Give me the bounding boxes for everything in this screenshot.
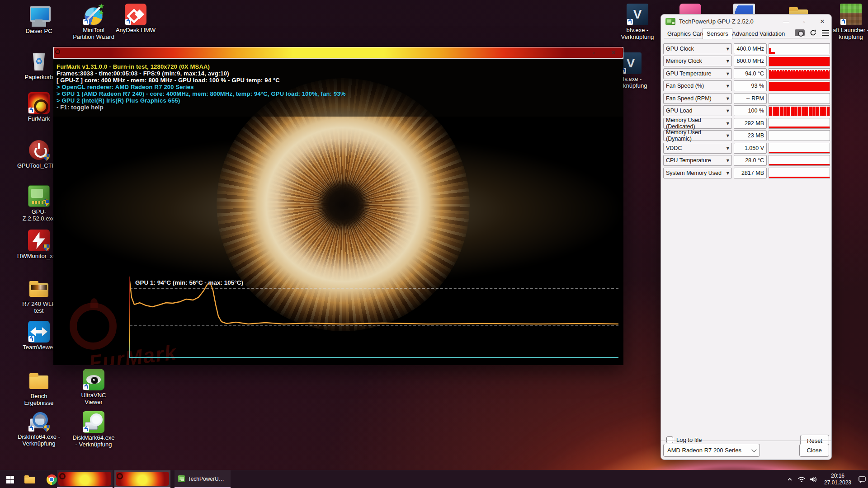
gpu-temperature-graph: GPU 1: 94°C (min: 56°C - max: 105°C) bbox=[130, 277, 618, 357]
furmark-titlebar[interactable]: Geeks3D FurMark v1.31.0.0 - 9FPS, GPU1 t… bbox=[53, 47, 623, 59]
sensor-select-memory-clock[interactable]: Memory Clock▼ bbox=[663, 56, 732, 66]
sensor-graph bbox=[769, 130, 830, 141]
tab-sensors[interactable]: Sensors bbox=[703, 28, 732, 39]
osd-line-frames: Frames:3033 - time:00:05:03 - FPS:9 (min… bbox=[57, 70, 623, 77]
sensor-select-memory-used-dynamic[interactable]: Memory Used (Dynamic)▼ bbox=[663, 130, 732, 141]
gpuz-window: TechPowerUp GPU-Z 2.52.0 — ▫ ✕ Graphics … bbox=[660, 14, 832, 460]
osd-line-renderer: > OpenGL renderer: AMD Radeon R7 200 Ser… bbox=[57, 84, 623, 90]
uac-shield-icon bbox=[43, 199, 49, 206]
desktop-icon-minitool[interactable]: ★ MiniTool Partition Wizard bbox=[72, 4, 115, 41]
furmark-flame-icon bbox=[28, 92, 50, 114]
shortcut-arrow-icon bbox=[28, 108, 34, 113]
minecraft-block-icon bbox=[840, 4, 862, 25]
sensor-graph bbox=[769, 93, 830, 104]
desktop-icon-bench-ergebnisse[interactable]: Bench Ergebnisse bbox=[17, 370, 61, 407]
eye-icon bbox=[83, 369, 104, 390]
sensor-value: 800.0 MHz bbox=[734, 56, 767, 66]
sensor-select-gpu-load[interactable]: GPU Load▼ bbox=[663, 105, 732, 116]
furmark-app-icon bbox=[56, 49, 63, 56]
close-button[interactable]: ✕ bbox=[604, 47, 623, 58]
folder-icon bbox=[28, 277, 50, 299]
sensor-graph bbox=[769, 143, 830, 154]
sensor-value: 2817 MB bbox=[734, 168, 767, 178]
taskbar-button-furmark-1[interactable]: Geeks3D FurMark 1... bbox=[57, 470, 113, 488]
gpu-card-icon bbox=[28, 185, 50, 207]
anydesk-icon bbox=[125, 4, 146, 25]
shortcut-arrow-icon bbox=[125, 19, 131, 25]
shortcut-arrow-icon bbox=[28, 336, 34, 342]
gpu-select-dropdown[interactable]: AMD Radeon R7 200 Series bbox=[663, 444, 760, 457]
taskbar-button-gpuz[interactable]: TechPowerUp GPU-... bbox=[175, 470, 231, 488]
sensor-value: 100 % bbox=[734, 105, 767, 116]
chat-icon[interactable] bbox=[856, 470, 868, 488]
maximize-button[interactable]: ▫ bbox=[584, 47, 604, 58]
desktop-icon-label: TeamViewer bbox=[23, 344, 55, 351]
taskbar: Geeks3D FurMark 1... Geeks3D FurMark v..… bbox=[0, 470, 868, 488]
power-button-icon bbox=[28, 139, 50, 161]
folder-icon bbox=[24, 475, 35, 483]
furmark-render-area: FurMark GPU 1: 94°C (min: 56°C - max: 10… bbox=[53, 59, 623, 365]
lightning-icon bbox=[28, 230, 50, 251]
desktop-icon-label: DiskMark64.exe - Verknüpfung bbox=[72, 434, 115, 448]
osd-line-help: - F1: toggle help bbox=[57, 104, 623, 111]
sensor-select-gpu-temperature[interactable]: GPU Temperature▼ bbox=[663, 68, 732, 79]
desktop-icon-label: AnyDesk HMW bbox=[116, 27, 156, 33]
dropdown-arrow-icon: ▼ bbox=[726, 109, 729, 113]
sensor-value: -- RPM bbox=[734, 93, 767, 104]
sensor-value: 292 MB bbox=[734, 118, 767, 129]
sensor-select-fan-speed-pct[interactable]: Fan Speed (%)▼ bbox=[663, 80, 732, 91]
desktop-icon-dieser-pc[interactable]: Dieser PC bbox=[17, 5, 61, 34]
sensor-value: 94.0 °C bbox=[734, 68, 767, 79]
hidden-icons-chevron[interactable] bbox=[784, 470, 796, 488]
sensor-select-system-memory-used[interactable]: System Memory Used▼ bbox=[663, 168, 732, 178]
dropdown-arrow-icon: ▼ bbox=[726, 146, 729, 150]
desktop-icon-label: FurMark bbox=[28, 115, 50, 122]
close-button-bottom[interactable]: Close bbox=[799, 444, 829, 457]
start-button[interactable] bbox=[0, 470, 20, 488]
wifi-icon[interactable] bbox=[796, 470, 807, 488]
furmark-logo-ring bbox=[70, 303, 117, 350]
sensor-graph bbox=[769, 80, 830, 91]
osd-line-gpu1: > GPU 1 (AMD Radeon R7 240) - core: 400M… bbox=[57, 90, 623, 97]
furmark-osd-overlay: FurMark v1.31.0.0 - Burn-in test, 1280x7… bbox=[53, 59, 623, 117]
desktop-icon-ultravnc[interactable]: UltraVNC Viewer bbox=[72, 369, 115, 406]
desktop-icon-bfv[interactable]: bfv.exe - Verknüpfung bbox=[616, 4, 659, 41]
gpuz-sensors-panel: GPU Clock▼ 400.0 MHz Memory Clock▼ 800.0… bbox=[661, 14, 831, 460]
disk-magnifier-icon bbox=[28, 410, 50, 432]
recycle-bin-icon bbox=[28, 51, 50, 72]
sensor-select-cpu-temperature[interactable]: CPU Temperature▼ bbox=[663, 155, 732, 166]
folder-icon bbox=[28, 370, 50, 391]
taskbar-button-furmark-2[interactable]: Geeks3D FurMark v... bbox=[114, 470, 170, 488]
desktop-icon-anydesk[interactable]: AnyDesk HMW bbox=[114, 4, 157, 33]
dropdown-arrow-icon: ▼ bbox=[726, 47, 729, 51]
volume-icon[interactable] bbox=[807, 470, 819, 488]
sensor-select-fan-speed-rpm[interactable]: Fan Speed (RPM)▼ bbox=[663, 93, 732, 104]
desktop-icon-label: MiniTool Partition Wizard bbox=[72, 27, 115, 41]
sensor-value: 93 % bbox=[734, 80, 767, 91]
desktop-icon-label: Dieser PC bbox=[25, 28, 52, 34]
file-explorer-button[interactable] bbox=[20, 470, 40, 488]
chevron-down-icon bbox=[751, 447, 756, 452]
shortcut-arrow-icon bbox=[28, 426, 34, 432]
sensor-graph bbox=[769, 56, 830, 66]
desktop-icon-minecraft-launcher[interactable]: aft Launcher - knüpfung bbox=[829, 4, 868, 41]
desktop-icon-diskmark[interactable]: DiskMark64.exe - Verknüpfung bbox=[72, 411, 115, 448]
shortcut-arrow-icon bbox=[83, 384, 89, 390]
bfv-icon bbox=[627, 4, 648, 25]
sensor-select-gpu-clock[interactable]: GPU Clock▼ bbox=[663, 43, 732, 54]
desktop-icon-diskinfo[interactable]: DiskInfo64.exe - Verknüpfung bbox=[17, 410, 61, 447]
dropdown-arrow-icon: ▼ bbox=[726, 171, 729, 175]
taskbar-clock[interactable]: 20:16 27.01.2023 bbox=[821, 473, 854, 486]
gpu-temp-graph-label: GPU 1: 94°C (min: 56°C - max: 105°C) bbox=[135, 279, 243, 286]
osd-line-gpuz: [ GPU-Z ] core: 400 MHz - mem: 800 MHz -… bbox=[57, 77, 623, 84]
dropdown-arrow-icon: ▼ bbox=[726, 84, 729, 88]
desktop-icon-label: Bench Ergebnisse bbox=[17, 393, 61, 407]
sensor-select-vddc[interactable]: VDDC▼ bbox=[663, 143, 732, 154]
minimize-button[interactable]: – bbox=[564, 47, 584, 58]
osd-line-gpu2: > GPU 2 (Intel(R) Iris(R) Plus Graphics … bbox=[57, 97, 623, 104]
shortcut-arrow-icon bbox=[840, 19, 846, 25]
sensor-select-memory-used-dedicated[interactable]: Memory Used (Dedicated)▼ bbox=[663, 118, 732, 129]
sensor-value: 400.0 MHz bbox=[734, 43, 767, 54]
sensor-graph bbox=[769, 168, 830, 178]
computer-icon bbox=[28, 5, 50, 26]
